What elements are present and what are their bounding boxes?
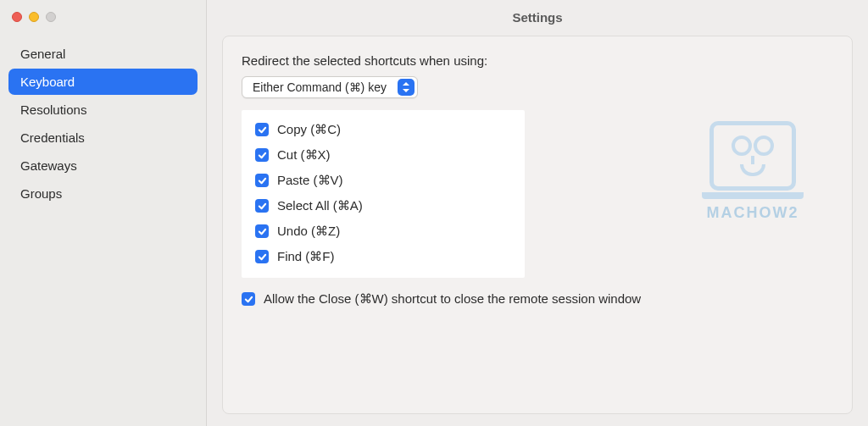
shortcut-label: Copy (⌘C)	[277, 122, 341, 137]
shortcut-label: Cut (⌘X)	[277, 147, 331, 163]
sidebar: GeneralKeyboardResolutionsCredentialsGat…	[0, 0, 207, 426]
sidebar-item-credentials[interactable]: Credentials	[8, 124, 198, 151]
maximize-window-icon[interactable]	[46, 12, 56, 22]
shortcut-checkbox[interactable]	[255, 199, 269, 213]
window-controls	[0, 0, 206, 34]
shortcut-checkbox[interactable]	[255, 123, 269, 136]
shortcut-checkbox[interactable]	[255, 224, 269, 238]
sidebar-item-general[interactable]: General	[8, 41, 198, 67]
shortcut-label: Find (⌘F)	[277, 249, 335, 264]
page-title: Settings	[207, 0, 868, 34]
watermark-text: MACHOW2	[693, 204, 812, 222]
shortcut-row: Undo (⌘Z)	[255, 224, 511, 239]
command-key-select[interactable]: Either Command (⌘) key	[242, 76, 418, 98]
sidebar-item-resolutions[interactable]: Resolutions	[8, 97, 198, 123]
shortcut-checkbox[interactable]	[255, 148, 269, 162]
watermark: MACHOW2	[693, 121, 812, 222]
shortcut-row: Select All (⌘A)	[255, 198, 511, 213]
sidebar-nav: GeneralKeyboardResolutionsCredentialsGat…	[0, 34, 206, 213]
sidebar-item-keyboard[interactable]: Keyboard	[8, 69, 198, 95]
allow-close-row: Allow the Close (⌘W) shortcut to close t…	[242, 291, 833, 307]
shortcut-list: Copy (⌘C)Cut (⌘X)Paste (⌘V)Select All (⌘…	[242, 110, 525, 278]
shortcut-label: Select All (⌘A)	[277, 198, 363, 213]
close-window-icon[interactable]	[12, 12, 22, 22]
main-area: Settings Redirect the selected shortcuts…	[207, 0, 868, 426]
shortcut-row: Copy (⌘C)	[255, 122, 511, 137]
shortcut-checkbox[interactable]	[255, 174, 269, 187]
shortcut-label: Paste (⌘V)	[277, 173, 343, 188]
shortcut-checkbox[interactable]	[255, 250, 269, 263]
shortcut-label: Undo (⌘Z)	[277, 224, 340, 239]
allow-close-checkbox[interactable]	[242, 292, 255, 306]
minimize-window-icon[interactable]	[29, 12, 39, 22]
allow-close-label: Allow the Close (⌘W) shortcut to close t…	[264, 291, 641, 307]
shortcut-row: Find (⌘F)	[255, 249, 511, 264]
command-key-select-value: Either Command (⌘) key	[253, 80, 395, 94]
shortcut-row: Cut (⌘X)	[255, 147, 511, 163]
select-stepper-icon	[398, 79, 415, 96]
settings-panel: Redirect the selected shortcuts when usi…	[222, 36, 853, 414]
shortcut-row: Paste (⌘V)	[255, 173, 511, 188]
redirect-label: Redirect the selected shortcuts when usi…	[242, 53, 833, 68]
sidebar-item-groups[interactable]: Groups	[8, 180, 198, 207]
sidebar-item-gateways[interactable]: Gateways	[8, 152, 198, 179]
